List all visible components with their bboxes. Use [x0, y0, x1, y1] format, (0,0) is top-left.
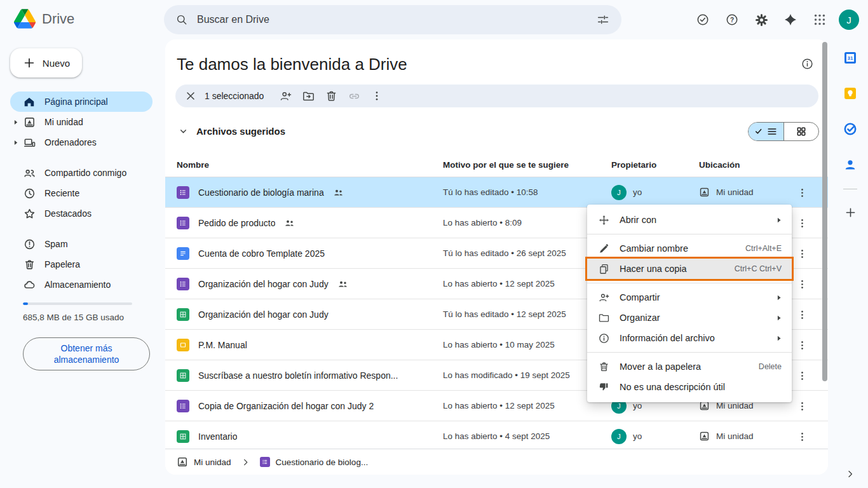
breadcrumb-current[interactable]: Cuestionario de biolog...: [276, 458, 369, 467]
owner-avatar: J: [611, 185, 627, 200]
vertical-scrollbar[interactable]: [822, 42, 827, 381]
sidebar-item-home[interactable]: Página principal: [10, 92, 153, 112]
sheets-icon: [177, 308, 189, 321]
account-avatar[interactable]: J: [836, 7, 862, 32]
suggested-files-section-header[interactable]: Archivos sugeridos: [178, 126, 285, 137]
file-location[interactable]: Mi unidad: [699, 421, 754, 451]
file-reason: Lo has abierto • 12 sept 2025: [443, 391, 605, 421]
sidebar-item-my-drive[interactable]: Mi unidad: [10, 112, 153, 132]
settings-gear-icon[interactable]: [749, 7, 774, 32]
sidebar-item-computers[interactable]: Ordenadores: [10, 132, 153, 152]
move-to-folder-icon[interactable]: [297, 85, 320, 107]
row-kebab-icon[interactable]: [792, 182, 812, 203]
breadcrumb: Mi unidad Cuestionario de biolog...: [165, 449, 828, 475]
grid-icon: [796, 126, 806, 137]
apps-grid-icon[interactable]: [807, 7, 832, 32]
file-row[interactable]: Inventario Lo has abierto • 4 sept 2025 …: [165, 421, 828, 452]
menu-item-organize[interactable]: Organizar: [587, 308, 792, 328]
sidebar-item-shared-with-me[interactable]: Compartido conmigo: [10, 163, 153, 183]
star-icon: [23, 208, 36, 220]
row-kebab-icon[interactable]: [792, 335, 812, 355]
keep-icon[interactable]: [837, 81, 863, 106]
file-reason: Lo has modificado • 19 sept 2025: [443, 360, 605, 390]
file-reason: Tú lo has editado • 10:58: [443, 177, 605, 207]
file-location[interactable]: Mi unidad: [699, 177, 754, 207]
menu-item-move-to-trash[interactable]: Mover a la papelera Delete: [587, 356, 792, 377]
expand-panel-chevron-icon[interactable]: [845, 469, 855, 479]
more-actions-kebab-icon[interactable]: [365, 85, 388, 107]
expand-caret-icon[interactable]: [14, 119, 21, 125]
search-filters-icon[interactable]: [596, 13, 610, 27]
menu-item-open-with[interactable]: Abrir con: [587, 210, 792, 230]
menu-item-rename[interactable]: Cambiar nombre Ctrl+Alt+E: [587, 238, 792, 259]
selection-count: 1 seleccionado: [205, 91, 264, 101]
menu-item-share[interactable]: Compartir: [587, 287, 792, 308]
table-header: Nombre Motivo por el que se te sugiere P…: [165, 152, 828, 177]
menu-divider: [587, 283, 792, 283]
menu-item-file-information[interactable]: Información del archivo: [587, 328, 792, 348]
clear-selection-icon[interactable]: [179, 85, 202, 107]
info-icon[interactable]: [801, 57, 814, 71]
gemini-sparkle-icon[interactable]: [778, 7, 803, 32]
new-button[interactable]: Nuevo: [10, 48, 82, 78]
column-name[interactable]: Nombre: [177, 152, 209, 177]
grid-view-button[interactable]: [783, 123, 818, 140]
menu-divider: [587, 234, 792, 234]
cloud-icon: [23, 279, 36, 291]
sidebar-item-spam[interactable]: Spam: [10, 234, 153, 254]
chevron-down-icon[interactable]: [178, 126, 189, 137]
file-name: Copia de Organización del hogar con Judy…: [198, 401, 374, 411]
row-kebab-icon[interactable]: [792, 243, 812, 264]
row-kebab-icon[interactable]: [792, 365, 812, 386]
copy-link-icon[interactable]: [342, 85, 365, 107]
people-icon: [23, 167, 36, 179]
my-drive-icon: [177, 456, 188, 468]
column-location[interactable]: Ubicación: [699, 152, 740, 177]
row-kebab-icon[interactable]: [792, 213, 812, 233]
menu-shortcut: Delete: [759, 362, 782, 371]
file-row[interactable]: Cuestionario de biología marina Tú lo ha…: [165, 177, 828, 208]
sidebar-item-recent[interactable]: Reciente: [10, 183, 153, 203]
submenu-arrow-icon: [777, 295, 782, 301]
submenu-arrow-icon: [777, 336, 782, 341]
sheets-icon: [177, 369, 189, 382]
row-kebab-icon[interactable]: [792, 274, 812, 294]
sidebar-item-trash[interactable]: Papelera: [10, 254, 153, 274]
sidebar-item-storage[interactable]: Almacenamiento: [10, 274, 153, 295]
context-menu: Abrir con Cambiar nombre Ctrl+Alt+E Hace…: [587, 205, 792, 402]
contacts-icon[interactable]: [837, 152, 863, 177]
search-icon[interactable]: [175, 13, 188, 26]
computers-icon: [23, 137, 36, 149]
share-person-add-icon[interactable]: [274, 85, 297, 107]
forms-icon: [177, 186, 189, 199]
menu-item-make-a-copy[interactable]: Hacer una copia Ctrl+C Ctrl+V: [587, 259, 792, 279]
offline-status-icon[interactable]: [690, 7, 715, 32]
add-addon-plus-icon[interactable]: [837, 200, 863, 225]
rail-divider: [843, 189, 857, 189]
row-kebab-icon[interactable]: [792, 304, 812, 325]
breadcrumb-parent[interactable]: Mi unidad: [194, 458, 231, 467]
expand-caret-icon[interactable]: [14, 140, 21, 146]
slides-icon: [177, 339, 189, 351]
help-icon[interactable]: ?: [719, 7, 745, 32]
file-name: Suscríbase a nuestro boletín informativo…: [198, 370, 398, 381]
file-reason: Lo has abierto • 10 may 2025: [443, 330, 605, 360]
left-sidebar: Nuevo Página principal Mi unidad Ordenad…: [0, 39, 163, 488]
view-toggle: [748, 122, 819, 141]
sidebar-item-starred[interactable]: Destacados: [10, 203, 153, 224]
drive-logo[interactable]: Drive: [14, 9, 74, 29]
row-kebab-icon[interactable]: [792, 426, 812, 447]
menu-item-not-helpful[interactable]: No es una descripción útil: [587, 377, 792, 397]
column-reason[interactable]: Motivo por el que se te sugiere: [443, 152, 569, 177]
calendar-icon[interactable]: 31: [837, 45, 863, 71]
my-drive-icon: [699, 187, 710, 198]
tasks-icon[interactable]: [837, 116, 863, 142]
trash-icon[interactable]: [320, 85, 342, 107]
my-drive-icon: [23, 116, 36, 128]
get-more-storage-button[interactable]: Obtener más almacenamiento: [23, 337, 150, 370]
list-view-button[interactable]: [749, 123, 783, 140]
row-kebab-icon[interactable]: [792, 396, 812, 416]
column-owner[interactable]: Propietario: [611, 152, 656, 177]
search-input[interactable]: Buscar en Drive: [164, 5, 621, 34]
svg-text:31: 31: [848, 55, 853, 61]
